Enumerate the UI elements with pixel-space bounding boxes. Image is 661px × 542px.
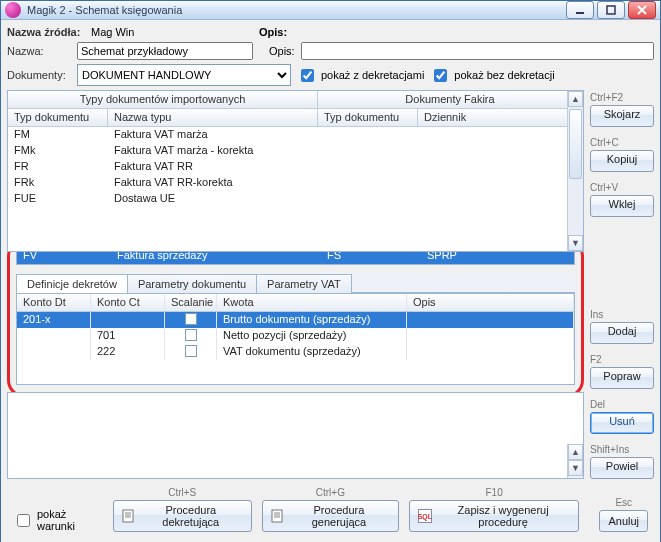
chk-with-dekret[interactable]: pokaż z dekretacjami [297,66,424,85]
tab-definicje[interactable]: Definicje dekretów [16,274,128,293]
scroll-up-icon[interactable]: ▲ [568,444,583,460]
col-opis[interactable]: Opis [407,294,574,311]
chk-pokaz-warunki[interactable]: pokaż warunki [13,508,103,532]
bottom-bar: pokaż warunki Ctrl+S Procedura dekretują… [7,483,654,536]
maximize-icon [606,5,616,15]
source-label: Nazwa źródła: [7,26,85,38]
usun-button[interactable]: Usuń [590,412,654,434]
minimize-icon [575,5,585,15]
svg-rect-8 [272,510,282,522]
docs-label: Dokumenty: [7,69,71,81]
source-value: Mag Win [91,26,241,38]
doc-types-grid[interactable]: Typy dokumentów importowanych Dokumenty … [7,90,584,252]
maximize-button[interactable] [597,1,625,19]
vscrollbar[interactable]: ▲ ▼ [567,91,583,251]
table-row[interactable]: 222 VAT dokumentu (sprzedaży) [17,344,574,360]
checkbox-icon[interactable] [185,345,197,357]
scroll-track[interactable] [568,107,583,235]
chk-without-dekret[interactable]: pokaż bez dekretacji [430,66,554,85]
app-window: Magik 2 - Schemat księgowania Nazwa źród… [0,0,661,542]
document-icon [271,509,284,523]
scroll-down-icon[interactable]: ▼ [568,460,583,476]
document-icon [122,509,135,523]
hint-anuluj: Esc [599,497,648,508]
hint-proc-gener: Ctrl+G [262,487,399,498]
col-typ[interactable]: Typ dokumentu [8,109,108,126]
section-imported: Typy dokumentów importowanych [8,91,318,108]
svg-rect-4 [123,510,133,522]
skojarz-button[interactable]: Skojarz [590,105,654,127]
hint-powiel: Shift+Ins [590,444,654,455]
hint-skojarz: Ctrl+F2 [590,92,654,103]
docs-combo[interactable]: DOKUMENT HANDLOWY [77,64,291,86]
checkbox-icon[interactable] [185,313,197,325]
sql-save-icon: SQL [418,509,432,523]
popraw-button[interactable]: Popraw [590,367,654,389]
scroll-thumb[interactable] [569,109,582,179]
decree-tabs: Definicje dekretów Parametry dokumentu P… [16,273,575,293]
opis-input[interactable] [301,42,654,60]
hint-proc-dekret: Ctrl+S [113,487,252,498]
titlebar: Magik 2 - Schemat księgowania [1,1,660,20]
close-button[interactable] [628,1,656,19]
table-row[interactable]: FMFaktura VAT marża [8,127,583,143]
hint-dodaj: Ins [590,309,654,320]
hint-usun: Del [590,399,654,410]
col-scalanie[interactable]: Scalanie [165,294,217,311]
desc-heading-label: Opis: [259,26,287,38]
col-nazwa[interactable]: Nazwa typu [108,109,318,126]
table-row-selected[interactable]: 201-x Brutto dokumentu (sprzedaży) [17,312,574,328]
zapisz-procedure-button[interactable]: SQL Zapisz i wygeneruj procedurę [409,500,580,532]
checkbox-icon[interactable] [185,329,197,341]
doc-types-body: FMFaktura VAT marża FMkFaktura VAT marża… [8,127,583,207]
svg-rect-1 [607,6,615,14]
tab-parametry-dokumentu[interactable]: Parametry dokumentu [127,274,257,293]
vscrollbar-small[interactable]: ▲ ▼ [567,444,583,478]
section-fakir: Dokumenty Fakira [318,91,583,108]
app-icon [5,2,21,18]
decree-grid[interactable]: Konto Dt Konto Ct Scalanie Kwota Opis 20… [16,293,575,385]
table-row[interactable]: FRkFaktura VAT RR-korekta [8,175,583,191]
decree-grid-extra: ▲ ▼ [7,392,584,479]
minimize-button[interactable] [566,1,594,19]
highlight-annotation: FV Faktura sprzedaży FS SPRP Definicje d… [7,238,584,398]
scroll-down-icon[interactable]: ▼ [568,235,583,251]
procedura-dekretujaca-button[interactable]: Procedura dekretująca [113,500,252,532]
name-input[interactable] [77,42,253,60]
opis-label: Opis: [269,45,295,57]
hint-popraw: F2 [590,354,654,365]
tab-parametry-vat[interactable]: Parametry VAT [256,274,352,293]
wklej-button[interactable]: Wklej [590,195,654,217]
table-row[interactable]: 701 Netto pozycji (sprzedaży) [17,328,574,344]
table-row[interactable]: FRFaktura VAT RR [8,159,583,175]
powiel-button[interactable]: Powiel [590,457,654,479]
col-konto-dt[interactable]: Konto Dt [17,294,91,311]
procedura-generujaca-button[interactable]: Procedura generująca [262,500,399,532]
name-label: Nazwa: [7,45,71,57]
dodaj-button[interactable]: Dodaj [590,322,654,344]
table-row[interactable]: FUEDostawa UE [8,191,583,207]
hint-wklej: Ctrl+V [590,182,654,193]
hint-zapisz: F10 [409,487,580,498]
hint-kopiuj: Ctrl+C [590,137,654,148]
side-actions: Ctrl+F2 Skojarz Ctrl+C Kopiuj Ctrl+V Wkl… [590,90,654,479]
anuluj-button[interactable]: Anuluj [599,510,648,532]
close-icon [637,5,647,15]
col-kwota[interactable]: Kwota [217,294,407,311]
window-title: Magik 2 - Schemat księgowania [27,4,566,16]
table-row[interactable]: FMkFaktura VAT marża - korekta [8,143,583,159]
col-typ-f[interactable]: Typ dokumentu [318,109,418,126]
kopiuj-button[interactable]: Kopiuj [590,150,654,172]
col-dziennik[interactable]: Dziennik [418,109,583,126]
scroll-up-icon[interactable]: ▲ [568,91,583,107]
col-konto-ct[interactable]: Konto Ct [91,294,165,311]
